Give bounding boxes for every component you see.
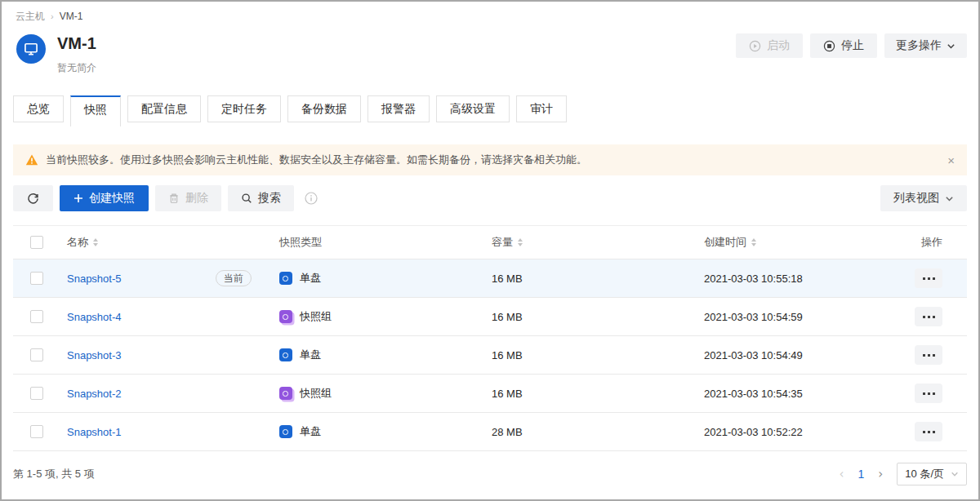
sort-icon[interactable] — [93, 238, 98, 246]
row-checkbox[interactable] — [30, 272, 43, 285]
tab-bar: 总览快照配置信息定时任务备份数据报警器高级设置审计 — [13, 95, 967, 126]
table-footer: 第 1-5 项, 共 5 项 ‹ 1 › 10 条/页 — [13, 451, 967, 497]
snapshot-name-link[interactable]: Snapshot-2 — [67, 388, 122, 400]
column-header: 快照类型 — [279, 226, 492, 259]
snapshot-size: 16 MB — [492, 298, 704, 336]
snapshot-type-icon — [279, 425, 292, 438]
snapshot-created: 2021-03-03 10:52:22 — [704, 413, 900, 451]
vm-icon — [16, 34, 46, 64]
stop-circle-icon — [823, 40, 835, 52]
snapshot-size: 16 MB — [492, 259, 704, 298]
snapshot-created: 2021-03-03 10:54:59 — [704, 298, 900, 336]
table-row: Snapshot-5当前单盘16 MB2021-03-03 10:55:18 — [13, 259, 967, 298]
pagination: ‹ 1 › 10 条/页 — [840, 463, 967, 485]
chevron-down-icon — [947, 42, 956, 51]
row-checkbox[interactable] — [30, 348, 43, 361]
sort-icon[interactable] — [518, 238, 523, 246]
breadcrumb-current: VM-1 — [60, 11, 83, 22]
current-page[interactable]: 1 — [858, 468, 865, 481]
table-row: Snapshot-1单盘28 MB2021-03-03 10:52:22 — [13, 413, 967, 451]
column-header[interactable]: 容量 — [492, 226, 704, 259]
more-actions-button[interactable]: 更多操作 — [884, 33, 967, 58]
snapshot-table: 名称快照类型容量创建时间操作 Snapshot-5当前单盘16 MB2021-0… — [13, 225, 967, 451]
row-checkbox[interactable] — [30, 387, 43, 400]
snapshot-size: 16 MB — [492, 375, 704, 413]
table-row: Snapshot-4快照组16 MB2021-03-03 10:54:59 — [13, 298, 967, 336]
snapshot-type-icon — [279, 387, 292, 400]
snapshot-type-icon — [279, 272, 292, 285]
tab-定时任务[interactable]: 定时任务 — [207, 95, 281, 122]
start-button[interactable]: 启动 — [736, 33, 803, 58]
sort-icon[interactable] — [751, 238, 756, 246]
snapshot-type: 单盘 — [300, 424, 321, 439]
table-header-row: 名称快照类型容量创建时间操作 — [13, 226, 967, 259]
snapshot-type: 快照组 — [300, 309, 332, 324]
breadcrumb: 云主机 › VM-1 — [16, 11, 967, 22]
row-actions-button[interactable] — [915, 307, 942, 326]
row-actions-button[interactable] — [915, 422, 942, 441]
warning-alert: 当前快照较多。使用过多快照会影响云主机性能、数据安全以及主存储容量。如需长期备份… — [13, 144, 967, 175]
tab-报警器[interactable]: 报警器 — [368, 95, 430, 122]
column-header[interactable]: 名称 — [67, 226, 279, 259]
tab-高级设置[interactable]: 高级设置 — [436, 95, 510, 122]
snapshot-name-link[interactable]: Snapshot-3 — [67, 349, 122, 361]
search-button[interactable]: 搜索 — [228, 185, 294, 211]
info-icon[interactable] — [305, 192, 318, 205]
breadcrumb-root[interactable]: 云主机 — [16, 11, 45, 22]
create-snapshot-button[interactable]: 创建快照 — [60, 185, 149, 211]
snapshot-type: 快照组 — [300, 386, 332, 401]
row-actions-button[interactable] — [915, 268, 942, 288]
page-header: VM-1 暂无简介 启动停止更多操作 — [16, 33, 967, 75]
vm-detail-page: 云主机 › VM-1 VM-1 暂无简介 启动停止更多操作 总览快照配置信息定时… — [0, 0, 980, 501]
snapshot-created: 2021-03-03 10:55:18 — [704, 259, 900, 298]
row-checkbox[interactable] — [30, 425, 43, 438]
delete-button[interactable]: 删除 — [155, 185, 221, 211]
table-row: Snapshot-2快照组16 MB2021-03-03 10:54:35 — [13, 375, 967, 413]
table-row: Snapshot-3单盘16 MB2021-03-03 10:54:49 — [13, 336, 967, 375]
snapshot-name-link[interactable]: Snapshot-4 — [67, 311, 122, 323]
stop-button[interactable]: 停止 — [810, 33, 877, 58]
tab-审计[interactable]: 审计 — [516, 95, 567, 122]
close-icon[interactable]: × — [947, 154, 955, 166]
tab-总览[interactable]: 总览 — [13, 95, 64, 122]
snapshot-name-link[interactable]: Snapshot-1 — [67, 426, 122, 438]
warning-text: 当前快照较多。使用过多快照会影响云主机性能、数据安全以及主存储容量。如需长期备份… — [46, 153, 587, 167]
row-actions-button[interactable] — [915, 384, 942, 403]
snapshot-type-icon — [279, 348, 292, 361]
tab-备份数据[interactable]: 备份数据 — [287, 95, 361, 122]
tab-配置信息[interactable]: 配置信息 — [127, 95, 201, 122]
snapshot-created: 2021-03-03 10:54:35 — [704, 375, 900, 413]
column-header[interactable]: 创建时间 — [704, 226, 900, 259]
items-summary: 第 1-5 项, 共 5 项 — [13, 467, 95, 481]
page-size-select[interactable]: 10 条/页 — [897, 463, 967, 485]
refresh-button[interactable] — [13, 185, 53, 211]
prev-page-icon[interactable]: ‹ — [840, 467, 844, 481]
snapshot-size: 16 MB — [492, 336, 704, 375]
next-page-icon[interactable]: › — [878, 467, 883, 481]
tab-快照[interactable]: 快照 — [70, 95, 121, 126]
snapshot-created: 2021-03-03 10:54:49 — [704, 336, 900, 375]
column-header: 操作 — [900, 226, 967, 259]
page-subtitle: 暂无简介 — [57, 61, 736, 75]
snapshot-name-link[interactable]: Snapshot-5 — [67, 273, 122, 285]
current-badge: 当前 — [216, 270, 252, 286]
play-circle-icon — [749, 40, 761, 52]
row-actions-button[interactable] — [915, 345, 942, 365]
header-actions: 启动停止更多操作 — [736, 33, 967, 58]
snapshot-size: 28 MB — [492, 413, 704, 451]
row-checkbox[interactable] — [30, 310, 43, 323]
toolbar: 创建快照 删除 搜索 列表视图 — [13, 185, 967, 211]
select-all-checkbox[interactable] — [30, 236, 43, 249]
breadcrumb-separator: › — [51, 11, 54, 22]
view-mode-select[interactable]: 列表视图 — [880, 185, 967, 211]
warning-icon — [25, 153, 38, 166]
snapshot-type-icon — [279, 310, 292, 323]
snapshot-type: 单盘 — [300, 348, 321, 362]
page-title: VM-1 — [57, 33, 736, 54]
snapshot-type: 单盘 — [300, 271, 321, 286]
